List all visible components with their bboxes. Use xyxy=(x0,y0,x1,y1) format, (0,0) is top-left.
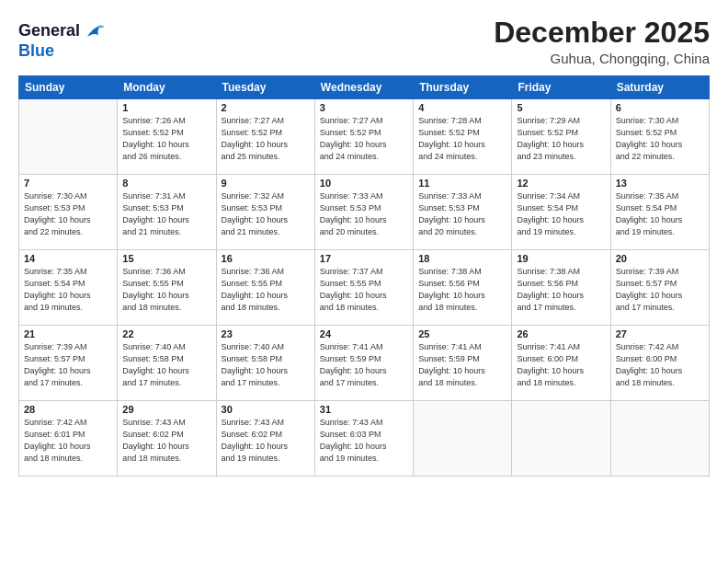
day-number: 9 xyxy=(222,178,310,189)
page: General Blue December 2025 Guhua, Chongq… xyxy=(0,0,728,563)
day-info: Sunrise: 7:27 AMSunset: 5:52 PMDaylight:… xyxy=(320,115,408,163)
day-info: Sunrise: 7:33 AMSunset: 5:53 PMDaylight:… xyxy=(418,190,506,238)
table-row: 19Sunrise: 7:38 AMSunset: 5:56 PMDayligh… xyxy=(512,250,610,326)
day-info: Sunrise: 7:39 AMSunset: 5:57 PMDaylight:… xyxy=(24,341,112,389)
table-row xyxy=(512,401,610,477)
table-row: 11Sunrise: 7:33 AMSunset: 5:53 PMDayligh… xyxy=(414,175,512,250)
day-number: 14 xyxy=(24,253,112,264)
day-number: 17 xyxy=(320,253,408,264)
day-info: Sunrise: 7:36 AMSunset: 5:55 PMDaylight:… xyxy=(122,266,210,314)
day-number: 27 xyxy=(616,328,704,339)
day-number: 2 xyxy=(222,102,310,113)
day-info: Sunrise: 7:35 AMSunset: 5:54 PMDaylight:… xyxy=(24,266,112,314)
day-info: Sunrise: 7:41 AMSunset: 5:59 PMDaylight:… xyxy=(320,341,408,389)
day-number: 29 xyxy=(122,404,210,415)
table-row: 29Sunrise: 7:43 AMSunset: 6:02 PMDayligh… xyxy=(118,401,216,477)
day-number: 24 xyxy=(320,328,408,339)
logo-bird-icon xyxy=(84,20,106,42)
table-row: 26Sunrise: 7:41 AMSunset: 6:00 PMDayligh… xyxy=(512,326,610,401)
table-row: 18Sunrise: 7:38 AMSunset: 5:56 PMDayligh… xyxy=(414,250,512,326)
day-info: Sunrise: 7:41 AMSunset: 5:59 PMDaylight:… xyxy=(418,341,506,389)
day-number: 26 xyxy=(517,328,605,339)
table-row xyxy=(19,99,118,175)
day-number: 25 xyxy=(418,328,506,339)
table-row: 31Sunrise: 7:43 AMSunset: 6:03 PMDayligh… xyxy=(314,401,413,477)
day-number: 8 xyxy=(122,178,210,189)
table-row: 2Sunrise: 7:27 AMSunset: 5:52 PMDaylight… xyxy=(216,99,314,175)
day-number: 6 xyxy=(616,102,704,113)
table-row: 27Sunrise: 7:42 AMSunset: 6:00 PMDayligh… xyxy=(610,326,709,401)
table-row: 14Sunrise: 7:35 AMSunset: 5:54 PMDayligh… xyxy=(19,250,118,326)
table-row: 4Sunrise: 7:28 AMSunset: 5:52 PMDaylight… xyxy=(414,99,512,175)
logo-text-blue: Blue xyxy=(18,42,106,61)
table-row: 8Sunrise: 7:31 AMSunset: 5:53 PMDaylight… xyxy=(118,175,216,250)
day-number: 19 xyxy=(517,253,605,264)
day-info: Sunrise: 7:37 AMSunset: 5:55 PMDaylight:… xyxy=(320,266,408,314)
calendar-week-row: 7Sunrise: 7:30 AMSunset: 5:53 PMDaylight… xyxy=(19,175,710,250)
location: Guhua, Chongqing, China xyxy=(494,51,710,66)
col-sunday: Sunday xyxy=(19,76,118,99)
day-info: Sunrise: 7:29 AMSunset: 5:52 PMDaylight:… xyxy=(517,115,605,163)
calendar-week-row: 1Sunrise: 7:26 AMSunset: 5:52 PMDaylight… xyxy=(19,99,710,175)
calendar-table: Sunday Monday Tuesday Wednesday Thursday… xyxy=(18,75,710,477)
table-row: 12Sunrise: 7:34 AMSunset: 5:54 PMDayligh… xyxy=(512,175,610,250)
calendar-week-row: 14Sunrise: 7:35 AMSunset: 5:54 PMDayligh… xyxy=(19,250,710,326)
table-row xyxy=(610,401,709,477)
day-info: Sunrise: 7:43 AMSunset: 6:02 PMDaylight:… xyxy=(222,417,310,465)
table-row: 25Sunrise: 7:41 AMSunset: 5:59 PMDayligh… xyxy=(414,326,512,401)
day-info: Sunrise: 7:43 AMSunset: 6:03 PMDaylight:… xyxy=(320,417,408,465)
day-info: Sunrise: 7:42 AMSunset: 6:01 PMDaylight:… xyxy=(24,417,112,465)
month-title: December 2025 xyxy=(494,17,710,49)
day-number: 3 xyxy=(320,102,408,113)
day-number: 28 xyxy=(24,404,112,415)
day-info: Sunrise: 7:33 AMSunset: 5:53 PMDaylight:… xyxy=(320,190,408,238)
day-info: Sunrise: 7:30 AMSunset: 5:53 PMDaylight:… xyxy=(24,190,112,238)
table-row: 1Sunrise: 7:26 AMSunset: 5:52 PMDaylight… xyxy=(118,99,216,175)
day-number: 13 xyxy=(616,178,704,189)
day-number: 15 xyxy=(122,253,210,264)
day-info: Sunrise: 7:38 AMSunset: 5:56 PMDaylight:… xyxy=(517,266,605,314)
table-row: 17Sunrise: 7:37 AMSunset: 5:55 PMDayligh… xyxy=(314,250,413,326)
table-row: 10Sunrise: 7:33 AMSunset: 5:53 PMDayligh… xyxy=(314,175,413,250)
calendar-week-row: 28Sunrise: 7:42 AMSunset: 6:01 PMDayligh… xyxy=(19,401,710,477)
day-info: Sunrise: 7:28 AMSunset: 5:52 PMDaylight:… xyxy=(418,115,506,163)
day-number: 30 xyxy=(222,404,310,415)
day-info: Sunrise: 7:40 AMSunset: 5:58 PMDaylight:… xyxy=(122,341,210,389)
col-tuesday: Tuesday xyxy=(216,76,314,99)
table-row: 6Sunrise: 7:30 AMSunset: 5:52 PMDaylight… xyxy=(610,99,709,175)
day-info: Sunrise: 7:40 AMSunset: 5:58 PMDaylight:… xyxy=(222,341,310,389)
col-wednesday: Wednesday xyxy=(314,76,413,99)
table-row: 9Sunrise: 7:32 AMSunset: 5:53 PMDaylight… xyxy=(216,175,314,250)
table-row: 15Sunrise: 7:36 AMSunset: 5:55 PMDayligh… xyxy=(118,250,216,326)
table-row: 21Sunrise: 7:39 AMSunset: 5:57 PMDayligh… xyxy=(19,326,118,401)
day-number: 1 xyxy=(122,102,210,113)
day-number: 21 xyxy=(24,328,112,339)
header: General Blue December 2025 Guhua, Chongq… xyxy=(18,17,710,66)
logo-text-general: General xyxy=(18,22,80,40)
col-monday: Monday xyxy=(118,76,216,99)
table-row: 13Sunrise: 7:35 AMSunset: 5:54 PMDayligh… xyxy=(610,175,709,250)
day-number: 16 xyxy=(222,253,310,264)
day-info: Sunrise: 7:38 AMSunset: 5:56 PMDaylight:… xyxy=(418,266,506,314)
day-info: Sunrise: 7:26 AMSunset: 5:52 PMDaylight:… xyxy=(122,115,210,163)
day-info: Sunrise: 7:34 AMSunset: 5:54 PMDaylight:… xyxy=(517,190,605,238)
day-info: Sunrise: 7:36 AMSunset: 5:55 PMDaylight:… xyxy=(222,266,310,314)
day-info: Sunrise: 7:32 AMSunset: 5:53 PMDaylight:… xyxy=(222,190,310,238)
table-row xyxy=(414,401,512,477)
day-info: Sunrise: 7:43 AMSunset: 6:02 PMDaylight:… xyxy=(122,417,210,465)
day-info: Sunrise: 7:41 AMSunset: 6:00 PMDaylight:… xyxy=(517,341,605,389)
logo: General Blue xyxy=(18,20,106,61)
table-row: 5Sunrise: 7:29 AMSunset: 5:52 PMDaylight… xyxy=(512,99,610,175)
day-info: Sunrise: 7:31 AMSunset: 5:53 PMDaylight:… xyxy=(122,190,210,238)
day-info: Sunrise: 7:39 AMSunset: 5:57 PMDaylight:… xyxy=(616,266,704,314)
table-row: 23Sunrise: 7:40 AMSunset: 5:58 PMDayligh… xyxy=(216,326,314,401)
table-row: 7Sunrise: 7:30 AMSunset: 5:53 PMDaylight… xyxy=(19,175,118,250)
day-info: Sunrise: 7:27 AMSunset: 5:52 PMDaylight:… xyxy=(222,115,310,163)
col-saturday: Saturday xyxy=(610,76,709,99)
day-number: 23 xyxy=(222,328,310,339)
table-row: 16Sunrise: 7:36 AMSunset: 5:55 PMDayligh… xyxy=(216,250,314,326)
col-thursday: Thursday xyxy=(414,76,512,99)
day-number: 18 xyxy=(418,253,506,264)
day-info: Sunrise: 7:30 AMSunset: 5:52 PMDaylight:… xyxy=(616,115,704,163)
day-number: 12 xyxy=(517,178,605,189)
